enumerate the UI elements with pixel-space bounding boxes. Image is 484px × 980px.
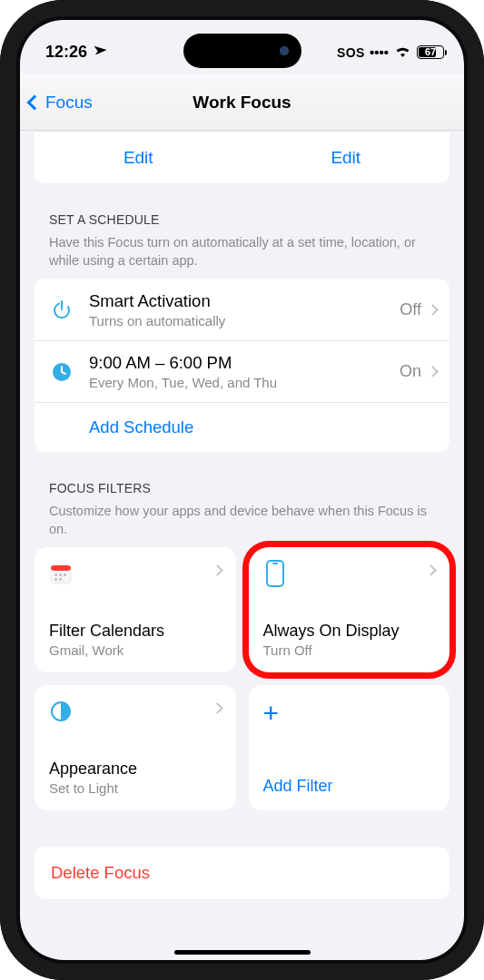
chevron-right-icon [427,366,439,377]
svg-rect-7 [64,573,66,576]
filters-section: FOCUS FILTERS Customize how your apps an… [35,481,449,547]
delete-focus-button[interactable]: Delete Focus [35,847,449,899]
add-filter-label: Add Filter [263,777,436,796]
chevron-right-icon [212,702,223,714]
filter-sub: Gmail, Work [49,642,222,658]
plus-icon: + [263,700,280,727]
svg-rect-9 [59,578,62,581]
filter-calendars-card[interactable]: Filter Calendars Gmail, Work [35,547,236,672]
svg-rect-10 [267,561,283,586]
home-indicator[interactable] [174,950,311,955]
edit-button-left[interactable]: Edit [35,132,242,183]
appearance-card[interactable]: Appearance Set to Light [35,685,236,810]
time-schedule-row[interactable]: 9:00 AM – 6:00 PM Every Mon, Tue, Wed, a… [35,340,449,402]
add-filter-card[interactable]: + Add Filter [249,685,450,810]
sos-indicator: SOS •••• [337,43,389,62]
back-label: Focus [45,93,93,113]
row-sub: Turns on automatically [89,313,400,328]
phone-icon [263,562,287,585]
page-title: Work Focus [193,93,291,113]
status-time: 12:26 [45,43,87,62]
appearance-icon [49,700,73,723]
calendar-icon [49,562,73,585]
svg-rect-8 [54,578,57,581]
smart-activation-row[interactable]: Smart Activation Turns on automatically … [35,279,449,340]
row-title: Smart Activation [89,291,400,311]
filter-sub: Set to Light [49,780,222,796]
chevron-right-icon [425,564,437,576]
chevron-right-icon [427,304,439,316]
filter-title: Always On Display [263,622,436,641]
chevron-left-icon [27,94,43,110]
chevron-right-icon [212,564,223,576]
row-sub: Every Mon, Tue, Wed, and Thu [89,375,400,390]
clock-icon [47,362,76,382]
svg-rect-5 [54,573,57,576]
schedule-header: SET A SCHEDULE [35,212,449,234]
content-scroll[interactable]: Edit Edit SET A SCHEDULE Have this Focus… [16,131,468,964]
filters-header: FOCUS FILTERS [35,481,449,503]
always-on-display-card[interactable]: Always On Display Turn Off [249,547,450,672]
row-value: Off [400,300,421,319]
filters-desc: Customize how your apps and device behav… [35,503,449,547]
dynamic-island [183,34,301,68]
filter-title: Appearance [49,760,222,779]
add-schedule-button[interactable]: Add Schedule [35,403,449,452]
edit-row: Edit Edit [35,131,449,183]
battery-indicator: 67 [417,45,444,59]
svg-rect-11 [272,563,278,564]
power-icon [47,299,76,320]
svg-rect-4 [51,565,71,571]
filter-sub: Turn Off [263,642,436,658]
edit-button-right[interactable]: Edit [242,132,450,183]
row-title: 9:00 AM – 6:00 PM [89,353,400,373]
row-value: On [400,362,421,381]
nav-header: Focus Work Focus [16,74,468,131]
filter-title: Filter Calendars [49,622,222,641]
schedule-desc: Have this Focus turn on automatically at… [35,234,449,279]
back-button[interactable]: Focus [29,93,93,113]
schedule-section: SET A SCHEDULE Have this Focus turn on a… [35,212,449,452]
svg-rect-6 [59,573,62,576]
location-icon [85,40,108,63]
wifi-icon [394,45,411,58]
